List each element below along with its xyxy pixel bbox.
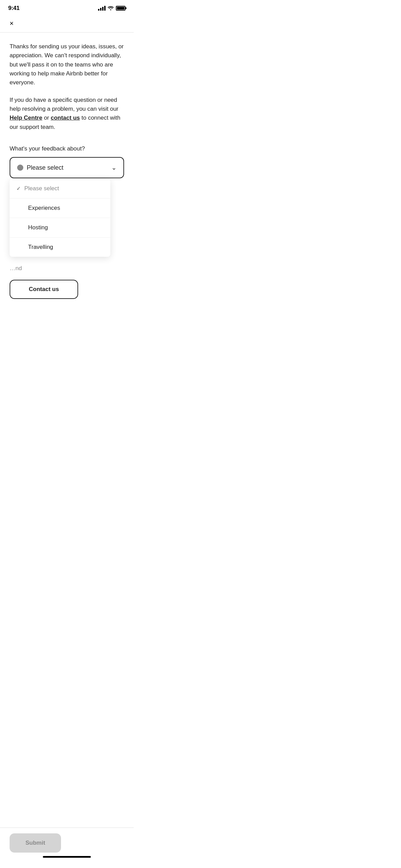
status-time: 9:41 [8,5,20,12]
dropdown-option-please-select[interactable]: ✓ Please select [10,179,110,198]
wifi-icon [108,5,114,11]
dropdown-dot-indicator [17,165,23,171]
dropdown-selected-value: Please select [27,164,63,171]
dropdown-option-travelling[interactable]: Travelling [10,238,110,257]
feedback-label: What's your feedback about? [10,145,124,152]
dropdown-option-label: Travelling [28,244,53,251]
dropdown-option-experiences[interactable]: Experiences [10,198,110,218]
signal-icon [98,6,106,11]
dropdown-menu: ✓ Please select Experiences Hosting Trav… [10,179,110,257]
contact-section: Contact us [0,280,134,299]
help-paragraph: If you do have a specific question or ne… [10,96,124,132]
help-text-pre: If you do have a specific question or ne… [10,97,119,112]
contact-us-button[interactable]: Contact us [10,280,78,299]
dropdown-option-hosting[interactable]: Hosting [10,218,110,238]
main-content: Thanks for sending us your ideas, issues… [0,33,134,178]
intro-paragraph-1: Thanks for sending us your ideas, issues… [10,42,124,87]
status-bar: 9:41 [0,0,134,14]
help-text-mid: or [42,114,51,121]
dropdown-option-label: Hosting [28,224,48,231]
below-dropdown-section: …nd [0,264,134,273]
partial-visible-text: …nd [10,265,22,272]
close-button[interactable]: × [8,19,15,28]
dropdown-option-label: Please select [24,185,59,192]
feedback-dropdown-container: Please select ⌄ ✓ Please select Experien… [10,157,124,178]
battery-icon [116,6,125,11]
checkmark-icon: ✓ [16,185,21,192]
nav-bar: × [0,14,134,33]
contact-us-link[interactable]: contact us [51,114,80,121]
status-icons [98,5,125,11]
feedback-dropdown[interactable]: Please select ⌄ [10,157,124,178]
dropdown-option-label: Experiences [28,205,60,212]
help-centre-link[interactable]: Help Centre [10,114,42,121]
chevron-down-icon: ⌄ [111,164,117,171]
